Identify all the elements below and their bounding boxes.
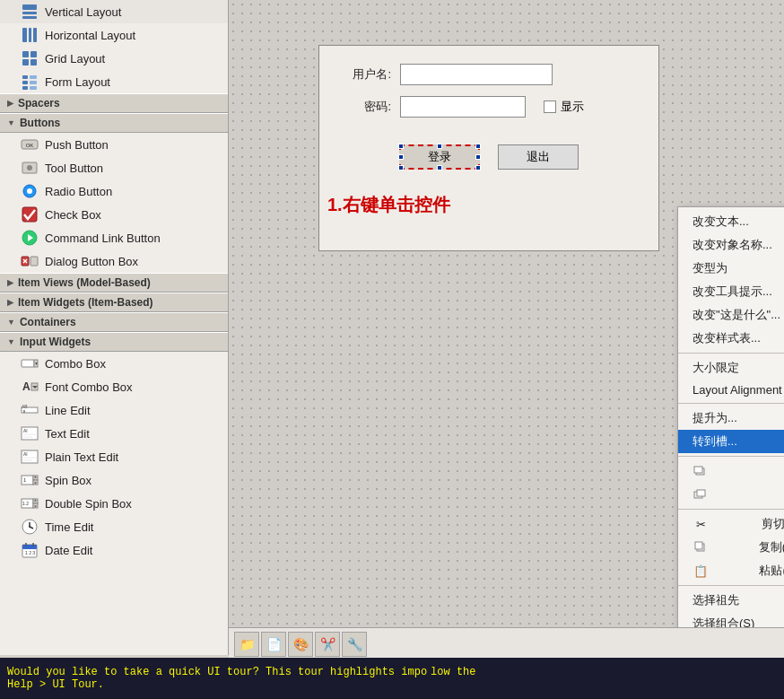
svg-rect-2: [22, 16, 37, 19]
sidebar-item-text-edit[interactable]: AI Text Edit: [0, 422, 228, 445]
sidebar-item-label: Form Layout: [45, 75, 110, 89]
item-widgets-arrow-icon: ▶: [7, 298, 13, 307]
sidebar-item-line-edit[interactable]: AB Line Edit: [0, 398, 228, 422]
annotation-text: 1.右键单击控件: [327, 193, 450, 217]
menu-item-label: Layout Alignment: [693, 383, 782, 397]
sidebar-item-label: Horizontal Layout: [45, 29, 135, 42]
show-label: 显示: [561, 99, 584, 115]
containers-header[interactable]: ▼ Containers: [0, 312, 228, 332]
horizontal-layout-icon: [20, 25, 39, 45]
sidebar-item-check-box[interactable]: Check Box: [0, 203, 228, 226]
menu-item-send-back[interactable]: 放到后面(B): [678, 459, 784, 483]
sidebar-item-double-spin-box[interactable]: 1.2 Double Spin Box: [0, 492, 228, 515]
item-widgets-header[interactable]: ▶ Item Widgets (Item-Based): [0, 293, 228, 312]
svg-text:A: A: [22, 380, 30, 393]
menu-item-size-limit[interactable]: 大小限定 ▶: [678, 356, 784, 380]
item-views-header[interactable]: ▶ Item Views (Model-Based): [0, 273, 228, 293]
username-input[interactable]: [400, 64, 553, 85]
login-button-label: 登录: [428, 149, 451, 165]
sidebar-item-plain-text-edit[interactable]: AI Plain Text Edit: [0, 445, 228, 468]
svg-text:1.2: 1.2: [22, 501, 29, 506]
menu-separator-3: [678, 456, 784, 457]
menu-item-label: 改变文本...: [693, 214, 749, 230]
svg-rect-12: [22, 81, 28, 84]
login-button[interactable]: 登录: [399, 144, 480, 170]
sidebar-item-spin-box[interactable]: 1 Spin Box: [0, 468, 228, 492]
input-widgets-arrow-icon: ▼: [7, 337, 15, 346]
svg-rect-6: [22, 51, 29, 57]
containers-arrow-icon: ▼: [7, 318, 15, 327]
buttons-section-header[interactable]: ▼ Buttons: [0, 113, 228, 133]
status-line1: Would you like to take a quick UI tour? …: [7, 666, 427, 678]
menu-item-select-ancestor[interactable]: 选择祖先 ▶: [678, 589, 784, 612]
sidebar-item-command-link-button[interactable]: Command Link Button: [0, 226, 228, 249]
spin-box-icon: 1: [20, 470, 39, 490]
handle-tm: [437, 144, 442, 149]
sidebar-item-label: Push Button: [45, 138, 109, 152]
sidebar-item-combo-box[interactable]: Combo Box: [0, 352, 228, 375]
sidebar-item-tool-button[interactable]: Tool Button: [0, 156, 228, 179]
sidebar-item-grid-layout[interactable]: Grid Layout: [0, 47, 228, 70]
cancel-button[interactable]: 退出: [498, 144, 579, 170]
toolbar-btn-4[interactable]: ✂️: [315, 632, 340, 657]
spacers-section-header[interactable]: ▶ Spacers: [0, 93, 228, 113]
sidebar-item-vertical-layout[interactable]: Vertical Layout: [0, 0, 228, 23]
sidebar-item-push-button[interactable]: OK Push Button: [0, 133, 228, 156]
sidebar-item-radio-button[interactable]: Radio Button: [0, 179, 228, 203]
svg-rect-14: [22, 86, 28, 90]
toolbar-btn-2[interactable]: 📄: [261, 632, 286, 657]
push-button-icon: OK: [20, 135, 39, 154]
menu-item-promote[interactable]: 提升为...: [678, 406, 784, 430]
menu-item-change-whatsthis[interactable]: 改变"这是什么"...: [678, 303, 784, 327]
handle-ml: [398, 154, 404, 160]
sidebar-item-label: Tool Button: [45, 162, 103, 175]
menu-item-change-text[interactable]: 改变文本...: [678, 210, 784, 233]
menu-item-cut[interactable]: ✂ 剪切(I) Ctrl+X: [678, 512, 784, 536]
radio-button-icon: [20, 181, 39, 201]
sidebar-item-label: Date Edit: [45, 544, 92, 557]
password-row: 密码: 显示: [346, 96, 649, 118]
menu-item-label: 粘贴(P): [759, 563, 784, 579]
svg-text:OK: OK: [26, 143, 34, 148]
svg-rect-70: [697, 490, 705, 496]
menu-item-label: 提升为...: [693, 410, 737, 426]
toolbar-btn-3[interactable]: 🎨: [288, 632, 313, 657]
handle-bm: [437, 165, 442, 170]
toolbar-btn-1[interactable]: 📁: [234, 632, 259, 657]
menu-item-label: 转到槽...: [693, 433, 737, 450]
input-widgets-header[interactable]: ▼ Input Widgets: [0, 332, 228, 352]
sidebar-item-horizontal-layout[interactable]: Horizontal Layout: [0, 23, 228, 47]
menu-item-paste[interactable]: 📋 粘贴(P) Ctrl+V: [678, 559, 784, 582]
combo-box-icon: [20, 354, 39, 373]
menu-item-select-combo[interactable]: 选择组合(S) ▶: [678, 612, 784, 627]
handle-tr: [475, 144, 481, 149]
menu-item-change-tooltip[interactable]: 改变工具提示...: [678, 280, 784, 303]
menu-item-change-stylesheet[interactable]: 改变样式表...: [678, 327, 784, 350]
double-spin-box-icon: 1.2: [20, 494, 39, 513]
sidebar-item-font-combo-box[interactable]: A Font Combo Box: [0, 375, 228, 398]
sidebar-item-date-edit[interactable]: 1 2 3 Date Edit: [0, 538, 228, 562]
toolbar-btn-5[interactable]: 🔧: [342, 632, 367, 657]
copy-icon: [693, 539, 709, 555]
menu-item-layout-alignment[interactable]: Layout Alignment ▶: [678, 380, 784, 400]
sidebar-item-label: Double Spin Box: [45, 497, 132, 511]
sidebar-item-time-edit[interactable]: Time Edit: [0, 515, 228, 538]
svg-rect-63: [22, 545, 37, 549]
menu-item-copy[interactable]: 复制(C) Ctrl+C: [678, 536, 784, 559]
bottom-toolbar: 📁 📄 🎨 ✂️ 🔧: [229, 628, 784, 661]
svg-point-61: [29, 526, 30, 528]
menu-item-change-name[interactable]: 改变对象名称...: [678, 233, 784, 257]
show-checkbox[interactable]: [544, 100, 556, 113]
menu-item-bring-front[interactable]: 放到前面(E): [678, 483, 784, 506]
menu-item-label: 选择组合(S): [693, 616, 754, 627]
line-edit-icon: AB: [20, 400, 39, 420]
sidebar-item-label: Time Edit: [45, 520, 93, 534]
sidebar-item-dialog-button-box[interactable]: Dialog Button Box: [0, 249, 228, 273]
svg-rect-3: [22, 28, 27, 42]
sidebar-item-label: Combo Box: [45, 357, 106, 371]
password-input[interactable]: [400, 96, 526, 118]
menu-item-goto-slot[interactable]: 转到槽... 2.: [678, 430, 784, 453]
menu-item-label: 选择祖先: [693, 592, 739, 608]
sidebar-item-form-layout[interactable]: Form Layout: [0, 70, 228, 93]
menu-item-morph[interactable]: 变型为 ▶: [678, 257, 784, 280]
